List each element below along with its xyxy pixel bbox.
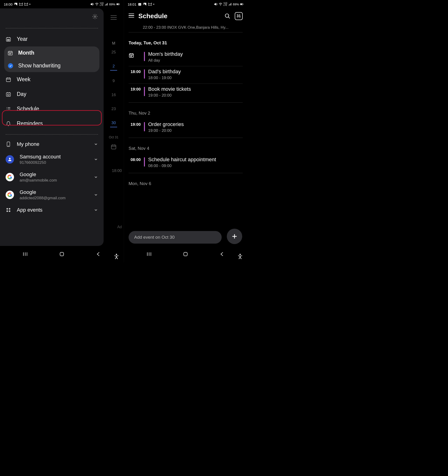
schedule-list[interactable]: 22:00 - 23:00 INOX GVK One,Banjara Hills… bbox=[124, 24, 247, 229]
chevron-down-icon bbox=[94, 142, 98, 146]
status-time: 18:01 bbox=[128, 2, 136, 6]
wifi-icon bbox=[219, 2, 222, 6]
status-left: 18:01 31 bbox=[128, 2, 154, 6]
mute-icon bbox=[214, 2, 218, 6]
bg-day-30[interactable]: 30 bbox=[104, 121, 124, 125]
event-color-bar bbox=[144, 157, 145, 167]
recents-button[interactable] bbox=[146, 251, 152, 257]
event-title: Mom's birthday bbox=[148, 51, 243, 57]
event-sub: All day bbox=[148, 58, 243, 63]
chevron-down-icon bbox=[94, 175, 98, 179]
navigation-drawer: Year Month Show handwriting Week Day Sch… bbox=[0, 8, 104, 246]
svg-point-12 bbox=[7, 40, 8, 41]
svg-point-7 bbox=[94, 16, 96, 17]
event-color-bar bbox=[144, 122, 145, 131]
calendar-app-icon: 31 bbox=[138, 2, 142, 6]
add-fab[interactable] bbox=[227, 229, 242, 244]
svg-rect-6 bbox=[111, 145, 116, 149]
svg-point-14 bbox=[9, 40, 10, 41]
recents-button[interactable] bbox=[22, 251, 28, 257]
today-button[interactable]: 31 bbox=[235, 12, 243, 20]
account-google-1[interactable]: Google am@sammobile.com bbox=[0, 168, 104, 186]
account-app-events[interactable]: App events bbox=[0, 204, 104, 216]
app-header: Schedule 31 bbox=[124, 8, 247, 24]
year-icon bbox=[6, 36, 11, 42]
svg-rect-33 bbox=[241, 4, 242, 5]
day-header-nov2: Thu, Nov 2 bbox=[129, 111, 243, 116]
view-day[interactable]: Day bbox=[0, 87, 104, 102]
gallery-icon bbox=[14, 2, 18, 6]
event-order-groceries[interactable]: 19:00 Order groceries 19:00 - 20:00 bbox=[129, 119, 243, 136]
event-title: Dad's birthday bbox=[148, 69, 243, 75]
day-block-today: Today, Tue, Oct 31 Mom's birthday All da… bbox=[129, 40, 243, 103]
add-event-placeholder: Add event on Oct 30 bbox=[134, 235, 175, 240]
samsung-account-icon bbox=[6, 155, 14, 164]
view-reminders[interactable]: Reminders bbox=[0, 116, 104, 131]
day-header-nov6: Mon, Nov 6 bbox=[129, 181, 243, 186]
account-samsung[interactable]: Samsung account 917660092250 bbox=[0, 151, 104, 168]
svg-rect-17 bbox=[6, 93, 11, 96]
status-bar: 18:00 Vo))LTE 69% bbox=[0, 0, 124, 8]
back-button[interactable] bbox=[96, 251, 102, 257]
event-title: Schedule haircut appointment bbox=[148, 157, 243, 163]
chevron-down-icon bbox=[94, 208, 98, 212]
event-haircut[interactable]: 08:00 Schedule haircut appointment 08:00… bbox=[129, 154, 243, 171]
volte-icon: Vo))LTE bbox=[223, 2, 227, 6]
home-button[interactable] bbox=[59, 251, 65, 257]
right-screen: 18:01 31 Vo))LTE 69% Schedule 31 22:00 -… bbox=[124, 0, 247, 262]
google-icon bbox=[6, 191, 14, 199]
bg-day-25[interactable]: 25 bbox=[104, 50, 124, 55]
app-events-icon bbox=[6, 207, 11, 213]
home-button[interactable] bbox=[182, 251, 188, 257]
navigation-bar bbox=[124, 246, 247, 262]
event-book-movie[interactable]: 19:00 Book movie tickets 19:00 - 20:00 bbox=[129, 84, 243, 101]
event-sub: 19:00 - 20:00 bbox=[148, 93, 243, 98]
battery-icon bbox=[240, 2, 244, 6]
truncated-prev-event[interactable]: 22:00 - 23:00 INOX GVK One,Banjara Hills… bbox=[129, 24, 243, 32]
day-header-nov4: Sat, Nov 4 bbox=[129, 146, 243, 151]
gmail-icon-2 bbox=[24, 2, 28, 6]
event-mom-birthday[interactable]: Mom's birthday All day bbox=[129, 49, 243, 66]
bg-day-23[interactable]: 23 bbox=[104, 107, 124, 111]
view-month[interactable]: Month bbox=[4, 46, 99, 59]
view-year[interactable]: Year bbox=[0, 32, 104, 46]
wifi-icon bbox=[95, 2, 99, 6]
event-sub: 19:00 - 20:00 bbox=[148, 128, 243, 133]
event-dad-birthday[interactable]: 18:00 Dad's birthday 18:00 - 19:00 bbox=[129, 66, 243, 84]
bg-day-9[interactable]: 9 bbox=[104, 79, 124, 83]
bg-day-2[interactable]: 2 bbox=[104, 64, 124, 69]
back-button[interactable] bbox=[219, 251, 225, 257]
google2-sub: addicted2088@gmail.com bbox=[20, 196, 88, 200]
view-month-label: Month bbox=[18, 50, 34, 56]
view-week[interactable]: Week bbox=[0, 72, 104, 87]
add-event-input[interactable]: Add event on Oct 30 bbox=[129, 231, 222, 244]
search-button[interactable] bbox=[224, 13, 231, 19]
bg-day-letter: M bbox=[104, 41, 124, 46]
app-events-label: App events bbox=[17, 207, 88, 213]
view-schedule[interactable]: Schedule bbox=[0, 102, 104, 116]
event-time: 19:00 bbox=[129, 121, 141, 127]
show-handwriting-toggle[interactable]: Show handwriting bbox=[4, 59, 99, 72]
check-icon bbox=[8, 63, 13, 68]
account-my-phone[interactable]: My phone bbox=[0, 138, 104, 151]
svg-point-30 bbox=[144, 4, 145, 4]
accessibility-icon[interactable] bbox=[113, 253, 119, 260]
settings-icon[interactable] bbox=[92, 14, 98, 20]
svg-point-20 bbox=[9, 158, 11, 159]
svg-point-38 bbox=[239, 254, 241, 255]
battery-percent: 69% bbox=[233, 3, 239, 6]
accessibility-icon[interactable] bbox=[237, 253, 243, 260]
show-handwriting-label: Show handwriting bbox=[18, 62, 61, 69]
view-day-label: Day bbox=[17, 91, 26, 97]
bg-day-16[interactable]: 16 bbox=[104, 93, 124, 97]
background-calendar: M 25 2 9 16 23 30 Oct 31 18:00 Ad bbox=[104, 8, 124, 246]
menu-button[interactable] bbox=[129, 14, 134, 19]
menu-icon[interactable] bbox=[111, 15, 117, 20]
event-color-bar bbox=[144, 69, 145, 79]
mute-icon bbox=[90, 2, 94, 6]
calendar-icon bbox=[111, 144, 117, 150]
account-google-2[interactable]: Google addicted2088@gmail.com bbox=[0, 186, 104, 204]
view-month-group: Month Show handwriting bbox=[4, 46, 99, 72]
svg-rect-37 bbox=[184, 252, 187, 256]
reminders-icon bbox=[6, 121, 11, 126]
